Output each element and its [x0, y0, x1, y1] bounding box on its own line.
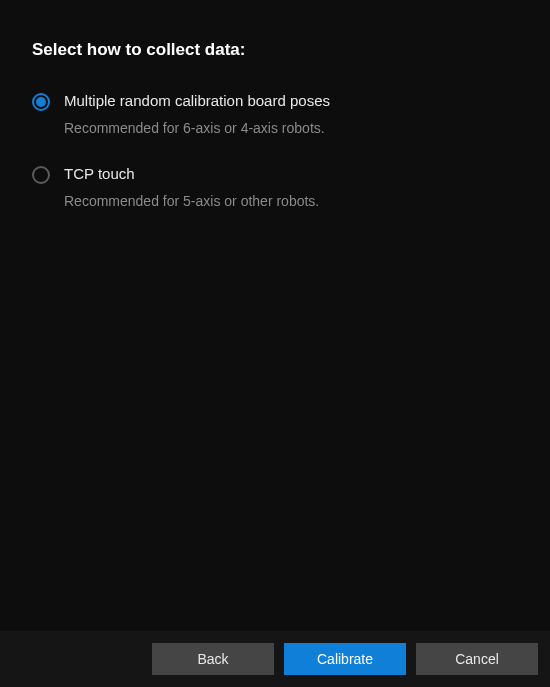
option-multiple-poses[interactable]: Multiple random calibration board poses …: [32, 92, 518, 137]
cancel-button[interactable]: Cancel: [416, 643, 538, 675]
option-description: Recommended for 6-axis or 4-axis robots.: [64, 120, 330, 137]
calibrate-button[interactable]: Calibrate: [284, 643, 406, 675]
radio-group: Multiple random calibration board poses …: [32, 92, 518, 210]
option-description: Recommended for 5-axis or other robots.: [64, 193, 319, 210]
page-title: Select how to collect data:: [32, 40, 518, 60]
back-button[interactable]: Back: [152, 643, 274, 675]
option-label: Multiple random calibration board poses: [64, 92, 330, 110]
option-text-wrap: Multiple random calibration board poses …: [64, 92, 330, 137]
radio-icon: [32, 93, 50, 111]
option-tcp-touch[interactable]: TCP touch Recommended for 5-axis or othe…: [32, 165, 518, 210]
radio-icon: [32, 166, 50, 184]
dialog-footer: Back Calibrate Cancel: [0, 631, 550, 687]
dialog-body: Select how to collect data: Multiple ran…: [0, 0, 550, 210]
option-label: TCP touch: [64, 165, 319, 183]
option-text-wrap: TCP touch Recommended for 5-axis or othe…: [64, 165, 319, 210]
